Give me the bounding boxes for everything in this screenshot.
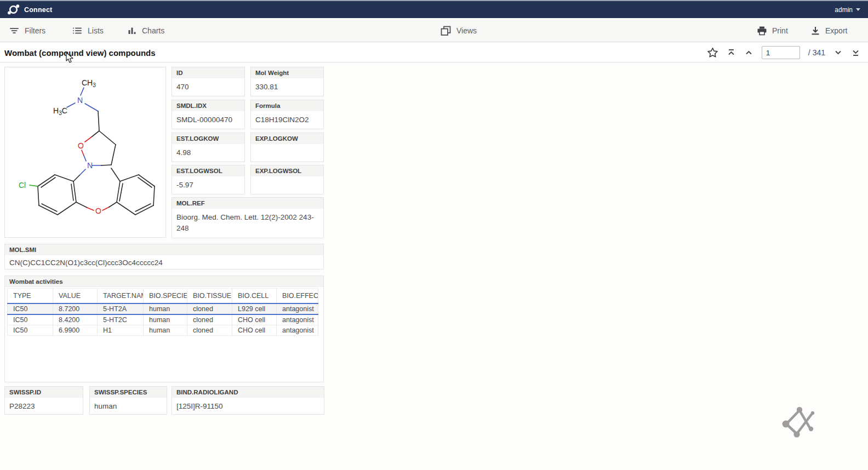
table-cell[interactable]: IC50 <box>8 303 53 314</box>
field-exp-logwsol[interactable]: EXP.LOGWSOL <box>250 165 324 194</box>
atom-label-n-ring: N <box>87 161 93 170</box>
table-cell[interactable]: CHO cell <box>232 325 277 336</box>
field-bind-radioligand[interactable]: BIND.RADIOLIGAND [125I]R-91150 <box>172 386 324 415</box>
column-header[interactable]: BIO.TISSUES <box>187 289 232 304</box>
activities-header-row: TYPEVALUETARGET.NAMEBIO.SPECIESBIO.TISSU… <box>8 289 318 304</box>
field-est-logwsol[interactable]: EST.LOGWSOL -5.97 <box>172 165 245 194</box>
filter-icon <box>9 26 20 36</box>
first-record-button[interactable] <box>727 48 736 57</box>
app-logo[interactable]: Connect <box>8 4 52 15</box>
table-cell[interactable]: 8.4200 <box>53 314 98 325</box>
charts-button[interactable]: Charts <box>127 19 164 42</box>
filters-button[interactable]: Filters <box>9 19 45 42</box>
app-window: Connect admin Filters <box>0 0 868 470</box>
field-mol-smi-value: CN(C)CC1CC2N(O1)c3cc(Cl)ccc3Oc4ccccc24 <box>5 255 323 270</box>
next-record-button[interactable] <box>833 48 843 57</box>
table-cell[interactable]: antagonist <box>277 325 318 336</box>
record-total: / 341 <box>808 48 825 57</box>
table-cell[interactable]: L929 cell <box>232 303 277 314</box>
atom-label-methyl-top: CH3 <box>82 78 96 88</box>
record-pager: / 341 <box>707 43 860 62</box>
activities-title: Wombat activities <box>5 276 323 287</box>
previous-record-button[interactable] <box>744 48 753 57</box>
print-label: Print <box>772 26 788 35</box>
print-button[interactable]: Print <box>757 19 788 42</box>
field-swissp-id-label: SWISSP.ID <box>5 387 83 398</box>
chevron-up-icon <box>744 48 753 57</box>
field-est-logwsol-value: -5.97 <box>172 176 244 194</box>
first-page-icon <box>727 48 736 57</box>
table-cell[interactable]: cloned <box>187 325 232 336</box>
table-cell[interactable]: 8.7200 <box>53 303 98 314</box>
chevron-down-icon <box>833 48 843 57</box>
table-row[interactable]: IC506.9900H1humanclonedCHO cellantagonis… <box>8 325 318 336</box>
activities-table: TYPEVALUETARGET.NAMEBIO.SPECIESBIO.TISSU… <box>7 288 318 336</box>
field-formula-value: C18H19ClN2O2 <box>251 111 323 129</box>
list-icon <box>72 26 83 36</box>
field-smdl-idx-label: SMDL.IDX <box>172 100 244 111</box>
table-cell[interactable]: 5-HT2C <box>98 314 144 325</box>
table-cell[interactable]: antagonist <box>277 314 318 325</box>
field-exp-logkow[interactable]: EXP.LOGKOW <box>250 133 324 162</box>
column-header[interactable]: VALUE <box>53 289 98 304</box>
table-cell[interactable]: human <box>144 314 187 325</box>
table-cell[interactable]: 5-HT2A <box>98 303 144 314</box>
table-cell[interactable]: cloned <box>187 314 232 325</box>
column-header[interactable]: TYPE <box>8 289 53 304</box>
table-cell[interactable]: IC50 <box>8 325 53 336</box>
field-formula[interactable]: Formula C18H19ClN2O2 <box>250 100 324 129</box>
molecule-structure: CH3 H3C N O N Cl O <box>5 67 165 237</box>
field-mol-weight-label: Mol Weight <box>251 67 323 78</box>
printer-icon <box>757 26 767 36</box>
field-bind-radioligand-label: BIND.RADIOLIGAND <box>172 387 324 398</box>
field-smdl-idx-value: SMDL-00000470 <box>172 111 244 129</box>
atom-label-o-bridge: O <box>95 207 101 215</box>
column-header[interactable]: TARGET.NAME <box>98 289 144 304</box>
lists-label: Lists <box>88 26 104 35</box>
field-mol-ref[interactable]: MOL.REF Bioorg. Med. Chem. Lett. 12(2)-2… <box>172 197 324 238</box>
last-record-button[interactable] <box>851 48 860 57</box>
field-mol-weight-value: 330.81 <box>251 78 323 96</box>
field-exp-logwsol-label: EXP.LOGWSOL <box>251 165 323 176</box>
table-cell[interactable]: 6.9900 <box>53 325 98 336</box>
field-swissp-species[interactable]: SWISSP.SPECIES human <box>89 386 167 415</box>
field-swissp-species-label: SWISSP.SPECIES <box>90 387 167 398</box>
column-header[interactable]: BIO.SPECIES <box>144 289 187 304</box>
field-mol-weight[interactable]: Mol Weight 330.81 <box>250 67 324 96</box>
table-cell[interactable]: human <box>144 325 187 336</box>
field-mol-ref-label: MOL.REF <box>172 198 323 209</box>
table-cell[interactable]: IC50 <box>8 314 53 325</box>
table-cell[interactable]: human <box>144 303 187 314</box>
table-cell[interactable]: H1 <box>98 325 144 336</box>
field-mol-smi-label: MOL.SMI <box>5 244 323 255</box>
favorite-star-button[interactable] <box>707 47 718 58</box>
lists-button[interactable]: Lists <box>72 19 104 42</box>
export-button[interactable]: Export <box>810 19 847 42</box>
user-name: admin <box>835 6 853 14</box>
table-row[interactable]: IC508.42005-HT2ChumanclonedCHO cellantag… <box>8 314 318 325</box>
atom-label-o-ring: O <box>78 141 84 150</box>
field-id-value: 470 <box>172 78 244 96</box>
table-cell[interactable]: cloned <box>187 303 232 314</box>
views-button[interactable]: Views <box>440 19 477 42</box>
table-row[interactable]: IC508.72005-HT2AhumanclonedL929 cellanta… <box>8 303 318 314</box>
structure-panel: CH3 H3C N O N Cl O <box>4 67 166 238</box>
field-exp-logwsol-value <box>251 176 323 183</box>
table-cell[interactable]: antagonist <box>277 303 318 314</box>
app-name: Connect <box>24 6 52 14</box>
field-mol-ref-value: Bioorg. Med. Chem. Lett. 12(2)-2002 243-… <box>172 209 323 237</box>
user-menu[interactable]: admin <box>835 6 860 14</box>
field-swissp-id[interactable]: SWISSP.ID P28223 <box>4 386 83 415</box>
table-cell[interactable]: CHO cell <box>232 314 277 325</box>
record-number-input[interactable] <box>762 46 800 59</box>
field-exp-logkow-value <box>251 144 323 151</box>
field-mol-smi[interactable]: MOL.SMI CN(C)CC1CC2N(O1)c3cc(Cl)ccc3Oc4c… <box>4 244 324 270</box>
page-title: Wombat (compound view) compounds <box>4 43 156 62</box>
field-id[interactable]: ID 470 <box>172 67 245 96</box>
field-smdl-idx[interactable]: SMDL.IDX SMDL-00000470 <box>172 100 245 129</box>
field-est-logkow[interactable]: EST.LOGKOW 4.98 <box>172 133 245 162</box>
field-exp-logkow-label: EXP.LOGKOW <box>251 133 323 144</box>
column-header[interactable]: BIO.EFFECT <box>277 289 318 304</box>
chevron-down-icon <box>856 8 860 11</box>
column-header[interactable]: BIO.CELL <box>232 289 277 304</box>
